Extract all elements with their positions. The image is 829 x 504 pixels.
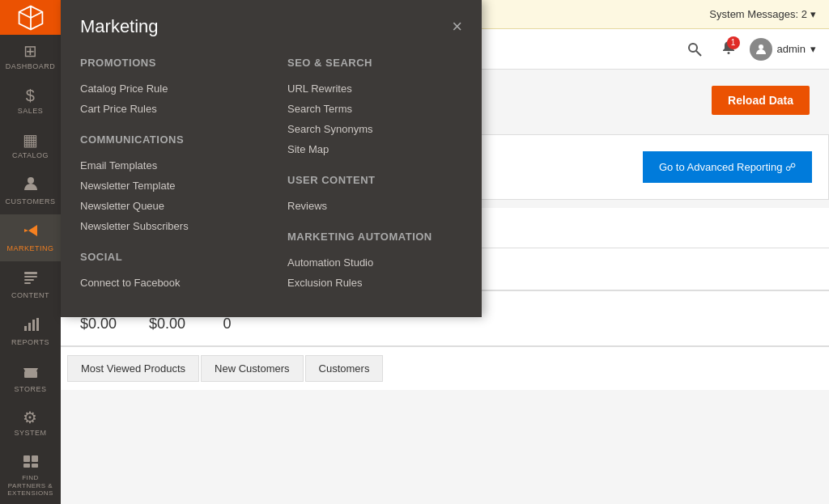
advanced-reporting-button[interactable]: Go to Advanced Reporting ☍	[643, 151, 812, 183]
tab-most-viewed-products[interactable]: Most Viewed Products	[67, 355, 199, 382]
sidebar-item-label: MARKETING	[6, 244, 53, 253]
svg-rect-5	[24, 326, 27, 331]
search-terms-link[interactable]: Search Terms	[287, 99, 462, 119]
quantity-value: 0	[223, 316, 262, 332]
admin-user-menu[interactable]: admin ▾	[750, 38, 816, 61]
sidebar-item-system[interactable]: ⚙ SYSTEM	[0, 401, 61, 446]
marketing-header: Marketing ×	[80, 16, 462, 37]
dashboard-icon: ⊞	[23, 43, 38, 59]
sidebar: ⊞ DASHBOARD $ SALES ▦ CATALOG CUSTOMERS …	[0, 0, 61, 504]
sidebar-item-label: REPORTS	[11, 338, 49, 347]
system-icon: ⚙	[23, 409, 38, 426]
sidebar-item-label: CONTENT	[11, 291, 49, 300]
sidebar-item-label: CUSTOMERS	[6, 197, 56, 206]
email-templates-link[interactable]: Email Templates	[80, 155, 255, 176]
marketing-dropdown: Marketing × Promotions Catalog Price Rul…	[61, 0, 482, 317]
newsletter-queue-link[interactable]: Newsletter Queue	[80, 196, 255, 216]
tab-customers[interactable]: Customers	[305, 355, 384, 382]
svg-rect-11	[32, 455, 38, 462]
marketing-left-column: Promotions Catalog Price Rule Cart Price…	[80, 57, 279, 293]
svg-line-15	[696, 51, 701, 56]
exclusion-rules-link[interactable]: Exclusion Rules	[287, 273, 462, 293]
svg-point-17	[759, 44, 763, 49]
sidebar-item-sales[interactable]: $ SALES	[0, 79, 61, 124]
sidebar-item-reports[interactable]: REPORTS	[0, 308, 61, 355]
svg-rect-2	[24, 276, 37, 277]
customers-icon	[23, 176, 39, 194]
sidebar-item-content[interactable]: CONTENT	[0, 261, 61, 308]
search-button[interactable]	[682, 36, 708, 62]
url-rewrites-link[interactable]: URL Rewrites	[287, 78, 462, 99]
sidebar-item-dashboard[interactable]: ⊞ DASHBOARD	[0, 35, 61, 79]
svg-rect-9	[24, 371, 37, 378]
newsletter-subscribers-link[interactable]: Newsletter Subscribers	[80, 216, 255, 236]
newsletter-template-link[interactable]: Newsletter Template	[80, 176, 255, 196]
marketing-automation-section-title: Marketing Automation	[287, 231, 462, 243]
svg-point-16	[727, 52, 729, 54]
sidebar-item-label: STORES	[15, 385, 47, 394]
svg-rect-6	[28, 323, 31, 331]
sidebar-item-marketing[interactable]: MARKETING	[0, 214, 61, 261]
communications-section-title: Communications	[80, 133, 255, 146]
marketing-right-column: SEO & Search URL Rewrites Search Terms S…	[279, 57, 462, 293]
search-synonyms-link[interactable]: Search Synonyms	[287, 119, 462, 139]
admin-label: admin	[777, 43, 806, 55]
marketing-icon	[23, 222, 39, 241]
tab-new-customers[interactable]: New Customers	[201, 355, 303, 382]
marketing-columns: Promotions Catalog Price Rule Cart Price…	[80, 57, 462, 293]
svg-rect-8	[36, 318, 39, 331]
bottom-tabs: Most Viewed Products New Customers Custo…	[61, 346, 829, 390]
svg-rect-12	[23, 464, 30, 468]
sidebar-item-catalog[interactable]: ▦ CATALOG	[0, 124, 61, 168]
sidebar-item-label: CATALOG	[12, 151, 49, 160]
reviews-link[interactable]: Reviews	[287, 196, 462, 216]
sales-icon: $	[26, 87, 36, 104]
svg-rect-10	[23, 455, 30, 462]
sidebar-item-stores[interactable]: STORES	[0, 355, 61, 402]
svg-rect-1	[24, 272, 37, 274]
seo-section-title: SEO & Search	[287, 57, 462, 69]
reports-icon	[23, 316, 39, 335]
svg-rect-3	[24, 279, 34, 281]
content-icon	[23, 269, 39, 288]
admin-chevron-icon: ▾	[810, 43, 816, 55]
svg-rect-4	[24, 282, 31, 284]
catalog-price-rule-link[interactable]: Catalog Price Rule	[80, 78, 255, 99]
shipping-value: $0.00	[149, 316, 190, 332]
tax-value: $0.00	[80, 316, 117, 332]
find-partners-icon	[23, 452, 39, 471]
cart-price-rules-link[interactable]: Cart Price Rules	[80, 99, 255, 119]
sidebar-item-label: FIND PARTNERS & EXTENSIONS	[3, 474, 57, 498]
svg-point-0	[28, 177, 34, 184]
promotions-section-title: Promotions	[80, 57, 255, 69]
avatar	[750, 38, 772, 61]
marketing-title: Marketing	[80, 16, 159, 37]
svg-rect-13	[32, 464, 38, 468]
sidebar-logo[interactable]	[0, 0, 61, 35]
notification-button[interactable]: 1	[721, 40, 737, 59]
sidebar-item-find-partners[interactable]: FIND PARTNERS & EXTENSIONS	[0, 446, 61, 504]
notification-badge: 1	[727, 36, 740, 49]
close-button[interactable]: ×	[452, 18, 462, 36]
sidebar-item-customers[interactable]: CUSTOMERS	[0, 167, 61, 214]
sidebar-item-label: DASHBOARD	[6, 62, 56, 71]
user-content-section-title: User Content	[287, 174, 462, 186]
catalog-icon: ▦	[23, 132, 39, 148]
chevron-down-icon: ▾	[810, 8, 816, 20]
system-messages-button[interactable]: System Messages: 2 ▾	[709, 8, 816, 20]
svg-point-14	[689, 44, 697, 52]
stores-icon	[23, 363, 39, 382]
sidebar-item-label: SYSTEM	[14, 429, 46, 438]
automation-studio-link[interactable]: Automation Studio	[287, 252, 462, 273]
social-section-title: Social	[80, 251, 255, 263]
system-messages-label: System Messages: 2	[709, 8, 807, 20]
site-map-link[interactable]: Site Map	[287, 139, 462, 159]
connect-facebook-link[interactable]: Connect to Facebook	[80, 273, 255, 293]
svg-rect-7	[32, 320, 35, 331]
sidebar-item-label: SALES	[18, 107, 44, 116]
reload-data-button[interactable]: Reload Data	[712, 86, 810, 115]
